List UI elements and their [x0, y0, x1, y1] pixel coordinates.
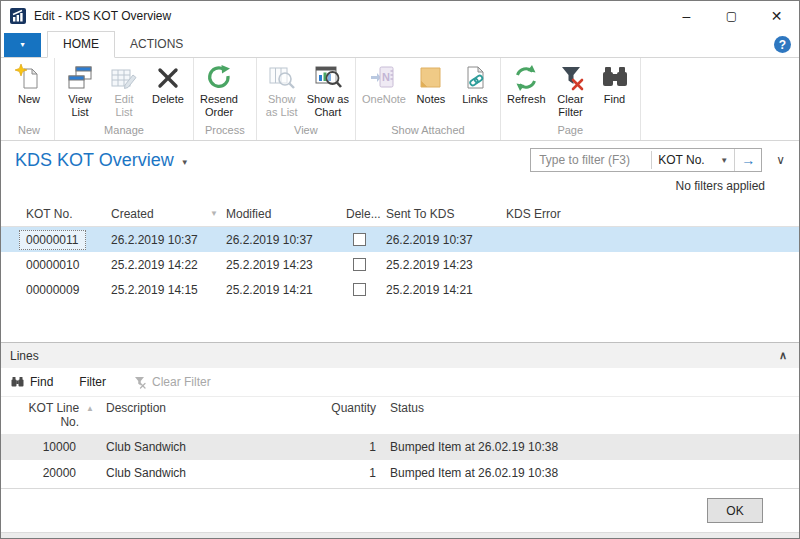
lines-title: Lines: [10, 349, 39, 363]
column-header-kot-no[interactable]: KOT No.: [1, 207, 111, 221]
group-label-new: New: [7, 122, 51, 140]
minimize-icon[interactable]: –: [664, 1, 709, 31]
lines-row[interactable]: 20000 Club Sandwich 1 Bumped Item at 26.…: [1, 460, 799, 486]
links-button[interactable]: Links: [453, 61, 497, 119]
view-list-button[interactable]: ViewList: [58, 61, 102, 119]
column-header-status[interactable]: Status: [383, 401, 799, 429]
lines-filter-button[interactable]: Filter: [79, 375, 106, 389]
page-title[interactable]: KDS KOT Overview: [15, 150, 174, 171]
clear-filter-icon: [556, 63, 586, 93]
kot-no-cell[interactable]: 00000011: [19, 230, 86, 250]
delete-x-icon: [153, 63, 183, 93]
group-label-view: View: [260, 122, 352, 140]
window-title: Edit - KDS KOT Overview: [34, 9, 171, 23]
description-cell: Club Sandwich: [96, 466, 321, 480]
maximize-icon[interactable]: ▢: [709, 1, 754, 31]
page-header: KDS KOT Overview ▼ KOT No. ▼ → ∨: [1, 141, 799, 179]
kot-no-cell: 00000009: [1, 283, 111, 297]
find-binoculars-icon: [10, 375, 25, 390]
ok-button[interactable]: OK: [707, 498, 763, 523]
show-as-chart-button[interactable]: Show asChart: [304, 61, 352, 119]
group-label-process: Process: [197, 122, 253, 140]
filter-status: No filters applied: [1, 179, 799, 201]
group-label-show-attached: Show Attached: [359, 122, 497, 140]
status-cell: Bumped Item at 26.02.19 10:38: [383, 466, 799, 480]
onenote-button[interactable]: N OneNote: [359, 61, 409, 119]
column-header-modified[interactable]: Modified: [226, 207, 346, 221]
deleted-checkbox[interactable]: [353, 283, 366, 296]
onenote-icon: N: [369, 63, 399, 93]
new-button[interactable]: New: [7, 61, 51, 119]
window-resize-strip: [1, 532, 799, 538]
ribbon-group-process: ResendOrder Process: [194, 58, 257, 140]
refresh-button[interactable]: Refresh: [504, 61, 549, 119]
delete-button[interactable]: Delete: [146, 61, 190, 119]
table-row[interactable]: 00000009 25.2.2019 14:15 25.2.2019 14:21…: [1, 277, 799, 302]
ribbon-group-page: Refresh ClearFilter: [501, 58, 641, 140]
svg-text:N: N: [382, 71, 390, 83]
find-binoculars-icon: [600, 63, 630, 93]
resend-order-button[interactable]: ResendOrder: [197, 61, 241, 119]
filter-column-select[interactable]: KOT No. ▼: [652, 153, 734, 167]
line-no-cell: 20000: [1, 466, 96, 480]
table-row[interactable]: 00000011 26.2.2019 10:37 26.2.2019 10:37…: [1, 227, 799, 252]
app-logo-icon: [10, 8, 26, 24]
main-table-empty-area: [1, 302, 799, 342]
app-menu-caret-icon: ▼: [19, 41, 26, 49]
help-icon[interactable]: ?: [774, 36, 791, 53]
refresh-icon: [511, 63, 541, 93]
column-header-sent-to-kds[interactable]: Sent To KDS: [386, 207, 506, 221]
show-as-list-button[interactable]: Showas List: [260, 61, 304, 119]
column-header-kds-error[interactable]: KDS Error: [506, 207, 799, 221]
lines-collapse-chevron-icon[interactable]: ∧: [779, 349, 787, 362]
ribbon-group-show-attached: N OneNote Notes: [356, 58, 501, 140]
lines-panel-header[interactable]: Lines ∧: [1, 342, 799, 368]
sent-to-kds-cell: 25.2.2019 14:23: [386, 258, 506, 272]
lines-toolbar: Find Filter Clear Filter: [1, 368, 799, 397]
find-button[interactable]: Find: [593, 61, 637, 119]
filter-input[interactable]: [531, 153, 651, 167]
lines-find-button[interactable]: Find: [10, 375, 53, 390]
lines-clear-filter-button[interactable]: Clear Filter: [132, 375, 211, 390]
filter-box: KOT No. ▼ →: [530, 148, 762, 172]
column-header-created[interactable]: Created ▼: [111, 207, 226, 221]
apply-filter-arrow-icon[interactable]: →: [734, 149, 761, 171]
ribbon-group-manage: ViewList EditList: [55, 58, 194, 140]
resend-order-icon: [204, 63, 234, 93]
page-title-caret-icon[interactable]: ▼: [181, 158, 189, 167]
app-window: Edit - KDS KOT Overview – ▢ ✕ ▼ HOME ACT…: [0, 0, 800, 539]
column-header-quantity[interactable]: Quantity: [321, 401, 383, 429]
app-menu-button[interactable]: ▼: [4, 33, 41, 57]
window-controls: – ▢ ✕: [664, 1, 799, 31]
sort-descending-icon: ▼: [210, 209, 218, 218]
column-header-description[interactable]: Description: [96, 401, 321, 429]
deleted-checkbox[interactable]: [353, 233, 366, 246]
column-header-deleted[interactable]: Dele...: [346, 207, 386, 221]
ribbon-group-view: Showas List Show asChart View: [257, 58, 356, 140]
description-cell: Club Sandwich: [96, 440, 321, 454]
notes-button[interactable]: Notes: [409, 61, 453, 119]
modified-cell: 26.2.2019 10:37: [226, 233, 346, 247]
deleted-checkbox[interactable]: [353, 258, 366, 271]
created-cell: 26.2.2019 10:37: [111, 233, 226, 247]
close-icon[interactable]: ✕: [754, 1, 799, 31]
show-as-chart-icon: [313, 63, 343, 93]
created-cell: 25.2.2019 14:22: [111, 258, 226, 272]
column-header-kot-line-no[interactable]: KOT Line No. ▲: [1, 401, 96, 429]
links-icon: [460, 63, 490, 93]
line-no-cell: 10000: [1, 440, 96, 454]
ribbon-group-new: New New: [4, 58, 55, 140]
lines-row[interactable]: 10000 Club Sandwich 1 Bumped Item at 26.…: [1, 434, 799, 460]
tab-home[interactable]: HOME: [47, 31, 115, 58]
notes-icon: [416, 63, 446, 93]
table-row[interactable]: 00000010 25.2.2019 14:22 25.2.2019 14:23…: [1, 252, 799, 277]
status-cell: Bumped Item at 26.02.19 10:38: [383, 440, 799, 454]
ribbon: New New ViewList: [1, 58, 799, 141]
collapse-filter-pane-chevron-icon[interactable]: ∨: [776, 153, 785, 167]
edit-list-button[interactable]: EditList: [102, 61, 146, 119]
clear-filter-button[interactable]: ClearFilter: [549, 61, 593, 119]
footer-bar: OK: [1, 488, 799, 532]
new-document-icon: [14, 63, 44, 93]
tab-actions[interactable]: ACTIONS: [115, 32, 198, 57]
sort-ascending-icon: ▲: [86, 404, 94, 413]
